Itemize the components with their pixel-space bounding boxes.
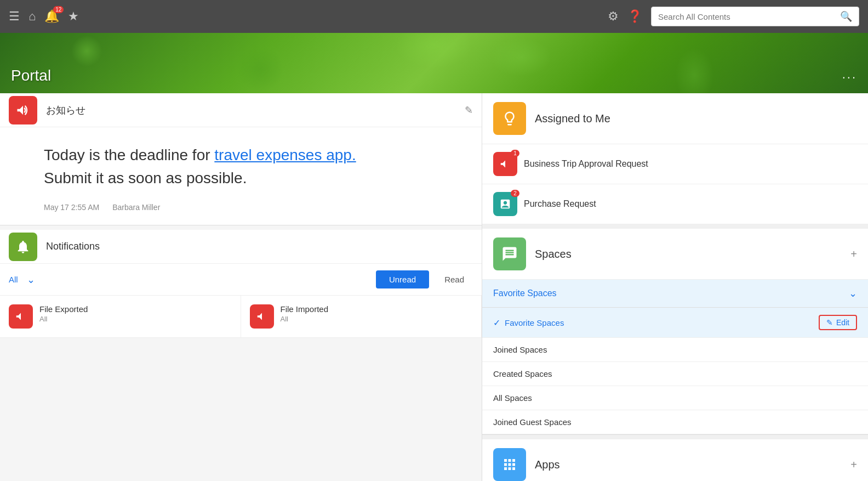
- search-input[interactable]: [658, 12, 840, 21]
- announcement-content: Today is the deadline for travel expense…: [0, 127, 482, 225]
- assigned-item-badge-0: 1: [511, 150, 519, 157]
- right-panel: Assigned to Me 1 Business Trip Approval …: [482, 93, 868, 481]
- spaces-menu-text-1: Joined Spaces: [493, 345, 857, 354]
- portal-bg: [0, 33, 868, 93]
- notif-item-title: File Exported: [39, 304, 232, 314]
- gear-icon[interactable]: ⚙: [608, 9, 619, 24]
- spaces-menu-item-0[interactable]: ✓ Favorite Spaces ✎ Edit: [482, 308, 868, 338]
- spaces-menu-item-3[interactable]: All Spaces: [482, 386, 868, 410]
- assigned-widget: Assigned to Me 1 Business Trip Approval …: [482, 93, 868, 224]
- spaces-dropdown-label: Favorite Spaces: [493, 288, 557, 298]
- spaces-widget: Spaces + Favorite Spaces ⌄ ✓ Favorite Sp…: [482, 229, 868, 435]
- apps-title: Apps: [535, 459, 850, 471]
- announcement-icon: [9, 96, 37, 125]
- apps-header: Apps +: [482, 439, 868, 481]
- assigned-item-icon-0: 1: [493, 152, 517, 176]
- assigned-item-label-0: Business Trip Approval Request: [524, 159, 648, 169]
- assigned-item-icon-1: 2: [493, 192, 517, 216]
- search-bar: 🔍: [651, 7, 859, 26]
- assigned-item-label-1: Purchase Request: [524, 199, 596, 209]
- spaces-menu-text-3: All Spaces: [493, 393, 857, 403]
- spaces-dropdown-button[interactable]: Favorite Spaces ⌄: [482, 280, 868, 308]
- notif-items: File Exported All File Imported All: [0, 296, 482, 338]
- notif-item[interactable]: File Imported All: [241, 296, 482, 338]
- assigned-item-badge-1: 2: [511, 190, 519, 197]
- spaces-menu-text-2: Created Spaces: [493, 369, 857, 378]
- notif-item-title: File Imported: [281, 304, 473, 314]
- spaces-add-button[interactable]: +: [850, 248, 857, 261]
- announcement-author: Barbara Miller: [112, 203, 160, 212]
- notif-item-sub: All: [39, 315, 232, 323]
- apps-icon: [493, 448, 526, 481]
- notif-filter: All ⌄ Unread Read: [0, 264, 482, 296]
- assigned-item-1[interactable]: 2 Purchase Request: [482, 184, 868, 224]
- portal-title: Portal: [11, 67, 51, 84]
- announcement-date: May 17 2:55 AM: [44, 203, 99, 212]
- spaces-menu-item-4[interactable]: Joined Guest Spaces: [482, 410, 868, 434]
- announcement-header: お知らせ ✎: [0, 93, 482, 127]
- announcement-text: Today is the deadline for travel expense…: [44, 144, 438, 190]
- portal-more-button[interactable]: ···: [842, 70, 857, 84]
- notif-all-filter[interactable]: All: [9, 275, 18, 284]
- spaces-menu-text-4: Joined Guest Spaces: [493, 417, 857, 427]
- assigned-header: Assigned to Me: [482, 93, 868, 144]
- notif-item-sub: All: [281, 315, 473, 323]
- star-icon[interactable]: ★: [68, 9, 79, 24]
- spaces-menu-item-1[interactable]: Joined Spaces: [482, 338, 868, 362]
- spaces-edit-button[interactable]: ✎ Edit: [819, 315, 857, 330]
- spaces-menu: ✓ Favorite Spaces ✎ Edit Joined Spaces C…: [482, 308, 868, 435]
- notification-badge: 12: [53, 6, 64, 13]
- unread-button[interactable]: Unread: [376, 270, 429, 288]
- pencil-icon: ✎: [826, 318, 833, 327]
- announcement-meta: May 17 2:55 AM Barbara Miller: [44, 203, 438, 212]
- spaces-dropdown-chevron: ⌄: [849, 287, 857, 299]
- assigned-icon: [493, 102, 526, 135]
- spaces-menu-text-0: Favorite Spaces: [505, 318, 819, 327]
- assigned-title: Assigned to Me: [535, 112, 610, 125]
- home-icon[interactable]: ⌂: [28, 9, 36, 24]
- spaces-header: Spaces +: [482, 229, 868, 280]
- notif-item-content: File Exported All: [39, 304, 232, 323]
- announcement-title: お知らせ: [46, 104, 465, 117]
- bell-wrapper: 🔔 12: [44, 9, 59, 24]
- spaces-menu-item-2[interactable]: Created Spaces: [482, 362, 868, 386]
- edit-label: Edit: [836, 318, 849, 327]
- notifications-icon: [9, 233, 37, 261]
- notif-item[interactable]: File Exported All: [0, 296, 241, 338]
- left-panel: お知らせ ✎ Today is the deadline for travel …: [0, 93, 482, 481]
- assigned-item-0[interactable]: 1 Business Trip Approval Request: [482, 144, 868, 184]
- notifications-widget: Notifications All ⌄ Unread Read File Exp…: [0, 230, 482, 338]
- notif-filter-chevron[interactable]: ⌄: [27, 274, 35, 286]
- announcement-text-part2: Submit it as soon as possible.: [44, 169, 247, 186]
- search-icon[interactable]: 🔍: [840, 10, 852, 22]
- read-button[interactable]: Read: [436, 270, 473, 288]
- announcement-link[interactable]: travel expenses app.: [214, 146, 356, 163]
- announcement-edit-button[interactable]: ✎: [465, 104, 473, 116]
- announcement-text-part1: Today is the deadline for: [44, 146, 214, 163]
- notif-item-content: File Imported All: [281, 304, 473, 323]
- portal-header: Portal ···: [0, 33, 868, 93]
- topbar: ☰ ⌂ 🔔 12 ★ ⚙ ❓ 🔍: [0, 0, 868, 33]
- main-layout: お知らせ ✎ Today is the deadline for travel …: [0, 93, 868, 481]
- spaces-menu-check: ✓: [493, 318, 500, 328]
- help-icon[interactable]: ❓: [627, 9, 642, 24]
- notifications-title: Notifications: [46, 241, 473, 252]
- menu-icon[interactable]: ☰: [9, 9, 20, 24]
- apps-add-button[interactable]: +: [850, 459, 857, 471]
- notifications-header: Notifications: [0, 230, 482, 264]
- notif-item-icon: [250, 304, 274, 329]
- apps-widget: Apps +: [482, 439, 868, 481]
- spaces-title: Spaces: [535, 248, 850, 261]
- spaces-icon: [493, 237, 526, 270]
- announcement-widget: お知らせ ✎ Today is the deadline for travel …: [0, 93, 482, 225]
- notif-item-icon: [9, 304, 33, 329]
